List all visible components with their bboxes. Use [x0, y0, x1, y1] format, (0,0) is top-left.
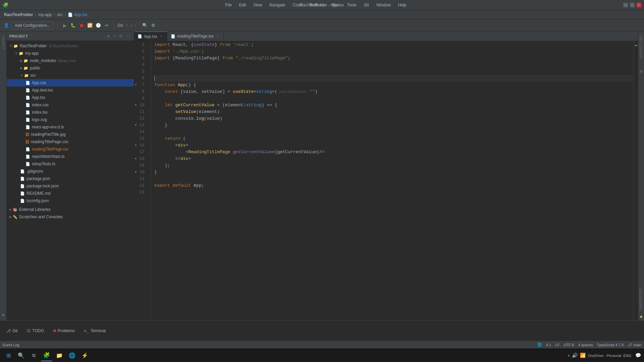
tree-item-readme[interactable]: 📄 README.md [7, 190, 134, 197]
close-panel-button[interactable]: — [125, 34, 131, 39]
scroll-marker [635, 45, 637, 46]
add-configuration-button[interactable]: Add Configuration... [11, 22, 54, 29]
search-toolbar-button[interactable]: 🔍 [141, 22, 149, 29]
status-indentation[interactable]: 4 spaces [578, 343, 593, 347]
tree-item-logosvg[interactable]: 📄 logo.svg [7, 116, 134, 123]
status-encoding[interactable]: UTF-8 [564, 343, 574, 347]
notification-icon[interactable]: 💬 [635, 353, 641, 359]
close-button[interactable]: × [637, 3, 641, 7]
maximize-button[interactable]: □ [630, 3, 635, 7]
star-icon[interactable]: ★ [639, 314, 643, 319]
webstorm-taskbar-item[interactable]: 🧩 [41, 350, 52, 361]
breadcrumb-file[interactable]: 📄 App.tsx [68, 12, 87, 17]
tree-item-indextsx[interactable]: 📄 index.tsx [7, 109, 134, 116]
bottom-tab-todo[interactable]: ☑ TODO [25, 327, 46, 335]
clock-button[interactable]: 🕐 [95, 22, 102, 29]
tree-item-apptest[interactable]: 📄 App.test.tsx [7, 86, 134, 94]
search-taskbar-button[interactable]: 🔍 [15, 350, 27, 361]
menu-view[interactable]: View [252, 2, 264, 8]
tree-item-extlibs[interactable]: ▶ 📚 External Libraries [7, 206, 134, 213]
collapse-all-tree-button[interactable]: ≡ [112, 34, 117, 39]
status-event-log[interactable]: Event Log [3, 343, 19, 347]
menu-edit[interactable]: Edit [238, 2, 248, 8]
tree-item-public[interactable]: ▶ 📁 public [7, 64, 134, 72]
tree-item-racttest[interactable]: ▼ 📁 RactTestFolder D:\RactTestFolder [7, 42, 134, 50]
tree-item-packagelock[interactable]: 📄 package-lock.json [7, 182, 134, 190]
tree-item-apptsx[interactable]: 📄 App.tsx [7, 94, 134, 101]
tray-icon-2[interactable]: 📶 [580, 353, 586, 359]
tree-item-reportweb[interactable]: 📄 reportWebVitals.ts [7, 153, 134, 160]
chrome-taskbar-item[interactable]: 🌐 [66, 350, 78, 361]
locate-file-button[interactable]: ⊕ [106, 34, 111, 39]
menu-help[interactable]: Help [397, 2, 408, 8]
tree-item-packagejson[interactable]: 📄 package.json [7, 175, 134, 182]
status-language[interactable]: TypeScript 4.7.4 [597, 343, 624, 347]
tree-item-scratches[interactable]: ▶ ✏️ Scratches and Consoles [7, 213, 134, 221]
file-icon-readingtitletsx: 📄 [25, 147, 30, 152]
tree-item-myapp[interactable]: ▼ 📁 my-app [7, 50, 134, 57]
edge-taskbar-item[interactable]: ⚡ [79, 350, 91, 361]
tree-item-nodemodules[interactable]: ▶ 📁 node_modules library root [7, 57, 134, 64]
onedrive-label: OneDrive - Personal [588, 354, 622, 358]
close-tab-apptsx[interactable]: × [159, 34, 164, 39]
start-button[interactable]: ⊞ [3, 350, 14, 361]
taskview-button[interactable]: ⧉ [28, 350, 40, 361]
tree-item-appcss[interactable]: 📄 App.css [7, 79, 134, 86]
tree-item-readingpart[interactable]: 🖼 readingPartTitle.jpg [7, 131, 134, 138]
minimize-button[interactable]: — [623, 3, 628, 7]
tree-item-gitignore[interactable]: 📄 .gitignore [7, 168, 134, 175]
tree-item-tsconfigjson[interactable]: 📄 tsconfig.json [7, 197, 134, 204]
menu-tools[interactable]: Tools [346, 2, 358, 8]
menu-git[interactable]: Git [363, 2, 370, 8]
tree-item-readingtitletsx[interactable]: 📄 readingTitlePage.tsx [7, 145, 134, 153]
bottom-tab-git[interactable]: ⎇ Git [4, 327, 19, 335]
vcs-tab[interactable]: ⊕ [0, 309, 6, 320]
code-line-5 [154, 68, 633, 75]
tree-item-setuptests[interactable]: 📄 setupTests.ts [7, 160, 134, 168]
status-line-ending[interactable]: LF [555, 343, 560, 347]
breadcrumb-project[interactable]: RactTestFolder [4, 12, 33, 17]
bottom-tab-terminal[interactable]: >_ Terminal [82, 327, 108, 335]
status-branch[interactable]: ⎇ main [628, 343, 641, 347]
structure-label[interactable]: Structure [638, 32, 644, 62]
git-check1: ✓ [125, 23, 128, 28]
tab-readingtitletsx[interactable]: 📄 readingTitlePage.tsx × [167, 32, 224, 41]
tray-icon-1[interactable]: 🔊 [572, 353, 578, 359]
breadcrumb-myapp[interactable]: my-app [38, 12, 52, 17]
code-line-13: } [154, 122, 633, 129]
breadcrumb-src[interactable]: src [57, 12, 62, 17]
stop-button[interactable]: ◼ [78, 22, 85, 29]
undo-button[interactable]: ↩ [103, 22, 110, 29]
tree-item-src[interactable]: ▼ 📁 src [7, 72, 134, 79]
tree-item-readingtitlecss[interactable]: 🖼 readingTitlePage.css [7, 138, 134, 145]
code-content[interactable]: import React, {useState} from 'react'; i… [151, 42, 633, 320]
tab-apptsx[interactable]: 📄 App.tsx × [134, 32, 167, 41]
code-line-20: } [154, 169, 633, 176]
menu-window[interactable]: Window [375, 2, 392, 8]
breadcrumb-file-icon: 📄 [68, 12, 73, 17]
tree-label-readingpart: readingPartTitle.jpg [31, 132, 66, 137]
close-tab-readingtitletsx[interactable]: × [215, 34, 220, 39]
bottom-tab-problems[interactable]: Problems [51, 327, 77, 335]
code-editor[interactable]: 1 2 3 4 5 6 ▼ 7 8 9 ▼ 10 11 12 ▼ [134, 42, 638, 320]
settings-toolbar-button[interactable]: ⚙ [150, 22, 157, 29]
commit-tab[interactable]: Commit [0, 32, 6, 53]
favorites-label[interactable]: Favorites [638, 285, 644, 313]
file-icon-readme: 📄 [20, 191, 25, 196]
tree-item-indexcss[interactable]: 📄 index.css [7, 101, 134, 109]
taskbar-expand-icon[interactable]: ∧ [568, 354, 570, 357]
user-btn[interactable]: 👤 [3, 22, 10, 29]
debug-button[interactable]: 🐛 [69, 22, 77, 29]
status-position[interactable]: 6:1 [546, 343, 551, 347]
status-network[interactable]: 🌐 [537, 343, 542, 347]
reload-button[interactable]: 🔁 [86, 22, 94, 29]
tree-settings-button[interactable]: ⚙ [118, 34, 124, 39]
explorer-taskbar-item[interactable]: 📁 [54, 350, 65, 361]
menu-file[interactable]: File [224, 2, 233, 8]
tree-label-public: public [30, 66, 40, 70]
run-button[interactable]: ▶ [61, 22, 68, 29]
file-icon-indexcss: 📄 [25, 103, 30, 107]
bookmark-icon[interactable]: ⊕ [639, 69, 643, 74]
menu-navigate[interactable]: Navigate [268, 2, 286, 8]
tree-item-reactenv[interactable]: 📄 react-app-env.d.ts [7, 123, 134, 131]
